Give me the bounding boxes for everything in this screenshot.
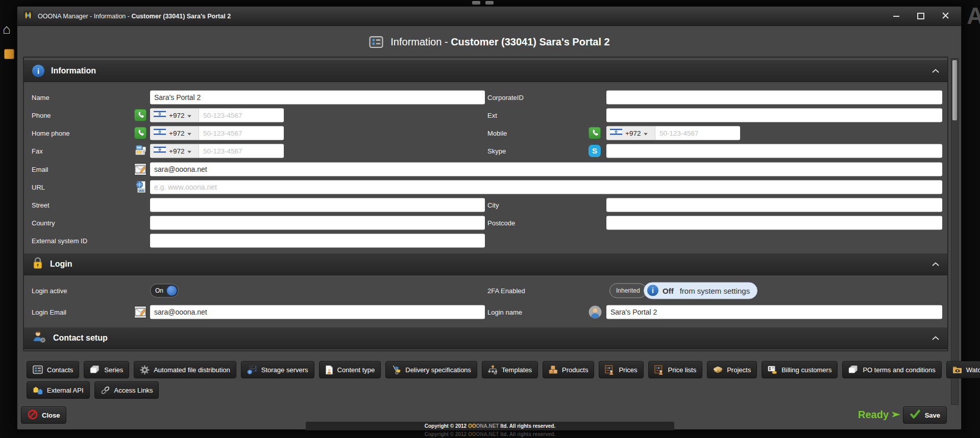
tab-automated-file-distribution[interactable]: Automated file distribution <box>134 361 236 378</box>
background-taskbar-icons <box>472 1 494 5</box>
phone-icon <box>589 127 601 139</box>
login-name-label: Login name <box>487 308 522 316</box>
home-phone-country-select[interactable]: +972 <box>150 126 199 140</box>
corporate-id-label: CorporateID <box>487 93 524 101</box>
background-app-icon <box>4 49 14 59</box>
section-header-login[interactable]: Login <box>24 253 947 275</box>
mobile-input-group: +972 <box>606 126 740 140</box>
tab-watch-folders[interactable]: Watch folders <box>946 361 980 378</box>
copyright-strip: Copyright © 2012 OOONA.NET ltd. All righ… <box>306 422 674 430</box>
login-active-toggle[interactable]: On <box>150 284 179 297</box>
country-row: Country Postcode <box>24 216 947 229</box>
api-icon <box>33 386 43 395</box>
url-input[interactable] <box>150 180 942 194</box>
checkmark-icon <box>910 409 921 421</box>
collapse-chevron-icon[interactable] <box>932 262 939 266</box>
city-label: City <box>487 201 499 209</box>
phone-country-select[interactable]: +972 <box>150 108 199 122</box>
minimize-button[interactable] <box>891 11 902 22</box>
corporate-id-input[interactable] <box>606 90 942 104</box>
content-icon <box>325 365 333 375</box>
mobile-country-select[interactable]: +972 <box>606 126 655 140</box>
city-input[interactable] <box>606 198 942 212</box>
home-phone-input[interactable] <box>199 126 284 140</box>
window-titlebar[interactable]: OOONA Manager - Information - Customer (… <box>17 7 961 26</box>
tab-templates[interactable]: Templates <box>482 361 538 378</box>
inherited-badge[interactable]: Inherited <box>609 283 647 298</box>
tab-contacts[interactable]: Contacts <box>27 361 79 378</box>
gear-icon <box>140 365 150 375</box>
tab-content-type[interactable]: Content type <box>319 361 381 378</box>
tab-price-lists[interactable]: Price lists <box>648 361 703 378</box>
window-title: OOONA Manager - Information - Customer (… <box>38 13 231 20</box>
email-input[interactable] <box>150 162 942 176</box>
close-button[interactable]: Close <box>21 406 66 424</box>
tab-billing-customers[interactable]: Billing customers <box>762 361 838 378</box>
name-input[interactable] <box>150 90 485 104</box>
tab-access-links[interactable]: Access Links <box>94 381 159 399</box>
tab-delivery-specifications[interactable]: Delivery specifications <box>385 361 477 378</box>
tab-label: Projects <box>727 366 751 374</box>
contacts-icon <box>33 365 43 374</box>
close-icon <box>942 12 949 21</box>
phone-input[interactable] <box>199 108 284 122</box>
background-letter-a: A <box>967 2 980 30</box>
section-title: Login <box>50 260 72 269</box>
name-label: Name <box>32 93 50 101</box>
tab-label: External API <box>47 387 84 394</box>
tab-label: Prices <box>619 366 637 374</box>
tab-prices[interactable]: Prices <box>599 361 643 378</box>
phone-label: Phone <box>32 111 51 119</box>
mobile-input[interactable] <box>655 126 740 140</box>
tab-po-terms-and-conditions[interactable]: PO terms and conditions <box>842 361 941 378</box>
section-header-contact-setup[interactable]: Contact setup <box>24 327 947 349</box>
tab-external-api[interactable]: External API <box>27 381 90 399</box>
close-window-button[interactable] <box>940 11 951 22</box>
login-name-input[interactable] <box>606 305 942 319</box>
fax-country-select[interactable]: +972 <box>150 144 199 158</box>
tab-series[interactable]: Series <box>84 361 129 378</box>
page-header: Information - Customer (33041) Sara's Po… <box>17 35 961 49</box>
vertical-scrollbar[interactable] <box>951 58 959 405</box>
save-button[interactable]: Save <box>903 406 947 424</box>
login-email-input[interactable] <box>150 305 485 319</box>
home-phone-label: Home phone <box>32 129 69 137</box>
tab-label: PO terms and conditions <box>863 366 935 374</box>
street-input[interactable] <box>150 198 485 212</box>
maximize-button[interactable] <box>915 11 926 22</box>
postcode-label: Postcode <box>487 219 515 226</box>
page-title: Information - Customer (33041) Sara's Po… <box>390 36 609 48</box>
tab-label: Contacts <box>47 366 73 374</box>
templates-icon <box>488 365 498 375</box>
twofa-status-badge: i Offfrom system settings <box>644 282 757 299</box>
section-header-information[interactable]: i Information <box>24 60 947 82</box>
tab-label: Watch folders <box>966 366 980 374</box>
caret-down-icon <box>187 128 191 138</box>
prices-icon <box>654 365 664 375</box>
footer-bar: Close Ready Save <box>17 406 961 424</box>
postcode-input[interactable] <box>606 216 942 229</box>
fax-input[interactable] <box>199 144 284 158</box>
watch-icon <box>952 366 962 374</box>
ext-input[interactable] <box>606 108 942 122</box>
tab-products[interactable]: Products <box>543 361 594 378</box>
links-icon <box>101 386 110 395</box>
maximize-icon <box>917 13 924 19</box>
collapse-chevron-icon[interactable] <box>932 336 939 340</box>
skype-input[interactable] <box>606 144 942 158</box>
fax-label: Fax <box>32 147 43 154</box>
israel-flag-icon <box>154 110 166 120</box>
scrollbar-thumb[interactable] <box>952 60 957 120</box>
login-active-label: Login active <box>32 287 67 294</box>
collapse-chevron-icon[interactable] <box>932 69 939 73</box>
email-label: Email <box>32 165 48 173</box>
toggle-knob <box>166 285 177 296</box>
country-input[interactable] <box>150 216 485 229</box>
tab-projects[interactable]: Projects <box>707 361 757 378</box>
external-system-id-input[interactable] <box>150 234 485 247</box>
fax-input-group: +972 <box>150 144 284 158</box>
url-label: URL <box>32 183 45 191</box>
login-active-row: Login active On 2FA Enabled Inherited i … <box>24 284 947 297</box>
tab-storage-servers[interactable]: Storage servers <box>241 361 314 378</box>
projects-icon <box>713 366 723 374</box>
